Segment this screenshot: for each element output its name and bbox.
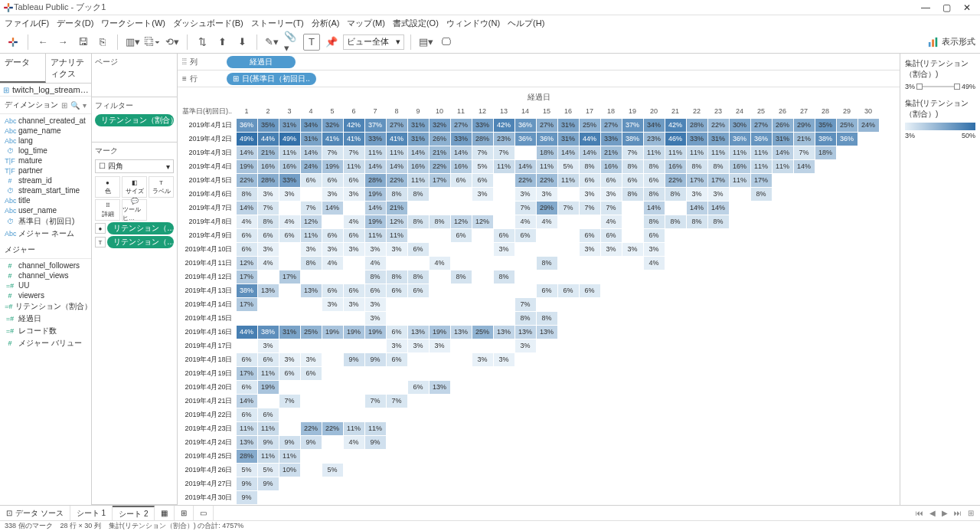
menu-item[interactable]: 分析(A) [312,18,340,29]
measure-item[interactable]: #channel_views [3,270,88,280]
tab-data[interactable]: データ [0,54,46,83]
dimension-item[interactable]: Abcchannel_created_at [3,116,88,126]
svg-rect-8 [929,42,931,47]
datasource-row[interactable]: ⊞ twitch_log_stream… [0,84,91,97]
tab-sheet2[interactable]: シート 2 [113,506,155,520]
sort-asc-button[interactable]: ⬆ [214,34,230,51]
dimension-item[interactable]: ⏱stream_start_time [3,185,88,195]
dimension-item[interactable]: ⏱log_time [3,146,88,156]
tableau-icon[interactable] [5,34,21,51]
duplicate-button[interactable]: ⿻▾ [144,34,161,51]
show-tabs-button[interactable]: ⊞ [968,509,974,517]
sort-desc-button[interactable]: ⬇ [234,34,250,51]
svg-rect-9 [932,39,934,47]
svg-rect-3 [9,6,13,8]
mark-card[interactable]: ●色 [95,176,120,198]
dimension-item[interactable]: Abcgame_name [3,126,88,136]
dimension-item[interactable]: #stream_id [3,175,88,185]
measure-item[interactable]: =#レコード数 [3,325,88,337]
tab-datasource[interactable]: ⊡データ ソース [0,506,70,520]
svg-rect-1 [8,8,9,12]
measure-item[interactable]: #メジャー バリュー [3,337,88,349]
new-dashboard-button[interactable]: ⊞ [175,506,194,520]
minimize-button[interactable]: — [921,2,930,13]
last-tab-button[interactable]: ⏭ [954,509,962,517]
mark-pill[interactable]: リテンション（…△ [107,222,174,234]
label-button[interactable]: T [303,34,320,51]
close-button[interactable]: ✕ [963,2,971,13]
window-title: Tableau Public - ブック1 [14,2,921,13]
menu-item[interactable]: ヘルプ(H) [508,18,544,29]
menu-item[interactable]: ワークシート(W) [101,18,165,29]
dimension-item[interactable]: ⏱基準日（初回日) [3,215,88,228]
measure-item[interactable]: =#UU [3,280,88,290]
search-icon[interactable]: 🔍 [70,101,80,110]
show-me-icon [928,37,939,48]
first-tab-button[interactable]: ⏮ [916,509,923,517]
datasource-icon: ⊞ [3,86,9,94]
tab-sheet1[interactable]: シート 1 [70,506,113,520]
cohort-heatmap[interactable]: 基準日(初回日)..123456789101112131415161718192… [181,104,880,505]
measures-header: メジャー [0,241,91,259]
new-datasource-button[interactable]: ⎘ [94,34,111,51]
view-icon[interactable]: ⊞ [61,101,67,110]
forward-button[interactable]: → [54,34,71,51]
new-story-button[interactable]: ▭ [194,506,214,520]
color-legend-bar[interactable] [905,123,975,130]
dimension-item[interactable]: Abcメジャー ネーム [3,228,88,240]
measure-item[interactable]: #viewers [3,290,88,300]
pin-button[interactable]: 📌 [323,34,340,51]
dimension-item[interactable]: Abclang [3,136,88,146]
menu-item[interactable]: データ(D) [57,18,93,29]
menu-item[interactable]: ストーリー(T) [251,18,304,29]
prev-tab-button[interactable]: ◀ [929,509,936,517]
filter-pill[interactable]: リテンション（割合）△ [95,114,174,126]
filters-shelf-label: フィルター [95,100,174,111]
mark-card[interactable]: 💬ツールヒ… [122,199,147,221]
columns-pill[interactable]: 経過日 [227,56,296,68]
rows-shelf-label: ≡行 [182,74,220,84]
highlight-button[interactable]: ✎▾ [263,34,280,51]
mark-pill[interactable]: リテンション（…△ [107,236,174,248]
new-worksheet-button[interactable]: ▦ [155,506,175,520]
swap-button[interactable]: ⇅ [194,34,211,51]
data-panel: データ アナリティクス ⊞ twitch_log_stream… ディメンション… [0,54,92,505]
legend-slider[interactable]: 3% 49% [905,83,975,90]
tab-analytics[interactable]: アナリティクス [46,54,91,83]
status-sum: 集計(リテンション（割合）) の合計: 4757% [109,521,244,531]
menu-icon[interactable]: ▾ [83,101,87,110]
menu-item[interactable]: ダッシュボード(B) [173,18,243,29]
mark-card[interactable]: ⠿詳細 [95,199,120,221]
group-button[interactable]: 📎▾ [283,34,300,51]
mark-card[interactable]: ◧サイズ [122,176,147,198]
mark-card[interactable]: Tラベル [149,176,174,198]
back-button[interactable]: ← [34,34,51,51]
svg-rect-10 [936,37,938,46]
measure-item[interactable]: =#経過日 [3,313,88,325]
maximize-button[interactable]: ▢ [942,2,951,13]
menu-item[interactable]: マップ(M) [347,18,385,29]
presentation-button[interactable]: 🖵 [437,34,454,51]
menu-item[interactable]: 書式設定(O) [393,18,439,29]
dimension-item[interactable]: Abcuser_name [3,205,88,215]
fit-selector[interactable]: ビュー全体▾ [343,34,404,50]
status-dims: 28 行 × 30 列 [60,521,101,531]
clear-button[interactable]: ⟲▾ [164,34,181,51]
menu-item[interactable]: ファイル(F) [5,18,49,29]
new-sheet-button[interactable]: ▥▾ [124,34,141,51]
tableau-logo-icon [3,2,14,13]
measure-item[interactable]: #channel_followers [3,261,88,270]
pages-shelf[interactable]: ページ [95,57,174,67]
sheet-tabs: ⊡データ ソース シート 1 シート 2 ▦ ⊞ ▭ ⏮ ◀ ▶ ⏭ ⊞ [0,505,980,520]
mark-type-selector[interactable]: ☐ 四角▾ [95,159,174,173]
next-tab-button[interactable]: ▶ [942,509,948,517]
dimension-item[interactable]: T|Fpartner [3,166,88,175]
rows-pill[interactable]: ⊞日(基準日（初回日.. [227,73,316,85]
menu-item[interactable]: ウィンドウ(N) [446,18,500,29]
show-cards-button[interactable]: ▤▾ [417,34,434,51]
dimension-item[interactable]: T|Fmature [3,156,88,166]
save-button[interactable]: 🖫 [74,34,91,51]
measure-item[interactable]: =#リテンション（割合） [3,300,88,313]
dimension-item[interactable]: Abctitle [3,195,88,205]
show-me-button[interactable]: 表示形式 [928,36,975,48]
